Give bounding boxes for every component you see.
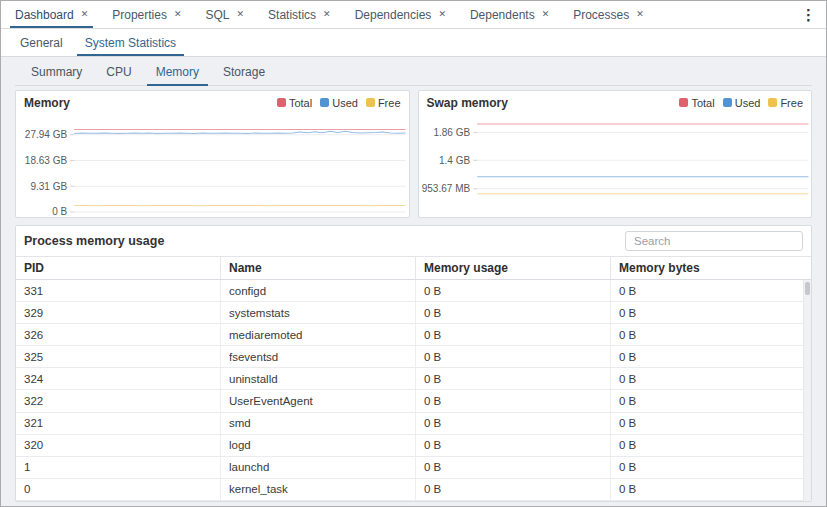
tab-processes[interactable]: Processes✕ [561,1,656,28]
legend-item-total: Total [679,97,714,109]
svg-text:18.63 GB: 18.63 GB [25,155,68,166]
process-panel-title: Process memory usage [24,234,164,248]
tab-sql[interactable]: SQL✕ [194,1,257,28]
legend-swatch-total-icon [277,98,286,107]
main-tab-bar: Dashboard✕Properties✕SQL✕Statistics✕Depe… [1,1,826,29]
system-statistics-content: SummaryCPUMemoryStorage Memory TotalUsed… [1,57,826,506]
dashboard-window: Dashboard✕Properties✕SQL✕Statistics✕Depe… [0,0,827,507]
swap-memory-chart: 1.86 GB1.4 GB953.67 MB [419,113,812,217]
table-scrollbar[interactable] [803,280,811,501]
tab-label: Processes [573,8,629,22]
table-cell: 0 B [416,479,611,500]
search-input[interactable] [625,231,803,251]
legend-label: Total [289,97,312,109]
charts-row: Memory TotalUsedFree 27.94 GB18.63 GB9.3… [15,90,812,218]
column-header-name[interactable]: Name [221,257,416,279]
kebab-menu-icon[interactable]: ⋮ [791,6,826,24]
svg-text:1.86 GB: 1.86 GB [433,127,470,138]
legend-label: Used [332,97,358,109]
legend-item-total: Total [277,97,312,109]
column-header-pid[interactable]: PID [16,257,221,279]
table-cell: 329 [16,302,221,323]
table-cell: 0 B [416,302,611,323]
table-cell: kernel_task [221,479,416,500]
tab-dependencies[interactable]: Dependencies✕ [343,1,458,28]
legend-swatch-total-icon [679,98,688,107]
scrollbar-thumb[interactable] [805,282,810,295]
tab-system-statistics[interactable]: System Statistics [77,29,184,56]
table-cell: mediaremoted [221,324,416,345]
table-cell: 0 B [416,324,611,345]
svg-text:9.31 GB: 9.31 GB [30,181,67,192]
column-header-memory-bytes[interactable]: Memory bytes [611,257,811,279]
legend-swatch-free-icon [768,98,777,107]
table-row[interactable]: 325fseventsd0 B0 B [16,346,811,368]
table-row[interactable]: 326mediaremoted0 B0 B [16,324,811,346]
close-icon[interactable]: ✕ [542,10,550,19]
tab-dependents[interactable]: Dependents✕ [458,1,561,28]
svg-text:953.67 MB: 953.67 MB [421,183,470,194]
tab-label: Properties [112,8,167,22]
table-cell: 0 B [416,368,611,389]
table-cell: 1 [16,457,221,478]
tab-general[interactable]: General [12,29,71,56]
table-cell: systemstats [221,302,416,323]
table-row[interactable]: 322UserEventAgent0 B0 B [16,390,811,412]
table-row[interactable]: 320logd0 B0 B [16,435,811,457]
memory-chart: 27.94 GB18.63 GB9.31 GB0 B [16,113,409,217]
legend-swatch-used-icon [320,98,329,107]
table-cell: 331 [16,280,221,301]
dashboard-section-tabs: GeneralSystem Statistics [1,29,826,57]
table-row[interactable]: 1launchd0 B0 B [16,457,811,479]
legend-item-free: Free [768,97,803,109]
table-cell: 0 B [416,457,611,478]
tab-memory[interactable]: Memory [147,59,208,85]
svg-text:1.4 GB: 1.4 GB [438,155,470,166]
table-cell: 324 [16,368,221,389]
close-icon[interactable]: ✕ [438,10,446,19]
close-icon[interactable]: ✕ [323,10,331,19]
tab-statistics[interactable]: Statistics✕ [256,1,343,28]
table-cell: 0 B [611,479,811,500]
table-cell: 325 [16,346,221,367]
table-cell: 320 [16,435,221,456]
table-cell: launchd [221,457,416,478]
table-cell: 0 B [611,368,811,389]
legend-item-free: Free [366,97,401,109]
swap-memory-chart-title: Swap memory [427,96,508,110]
table-cell: 0 B [611,280,811,301]
close-icon[interactable]: ✕ [636,10,644,19]
table-row[interactable]: 329systemstats0 B0 B [16,302,811,324]
svg-text:0 B: 0 B [52,207,67,217]
table-cell: uninstalld [221,368,416,389]
table-cell: 326 [16,324,221,345]
legend-item-used: Used [320,97,358,109]
tab-label: Statistics [268,8,316,22]
close-icon[interactable]: ✕ [237,10,245,19]
table-cell: fseventsd [221,346,416,367]
process-table: PID Name Memory usage Memory bytes 331co… [16,256,811,501]
tab-dashboard[interactable]: Dashboard✕ [3,1,100,28]
legend-label: Free [378,97,401,109]
column-header-memory-usage[interactable]: Memory usage [416,257,611,279]
table-cell: UserEventAgent [221,390,416,411]
legend-label: Total [691,97,714,109]
legend-swatch-free-icon [366,98,375,107]
table-cell: 0 B [416,390,611,411]
table-row[interactable]: 0kernel_task0 B0 B [16,479,811,501]
tab-storage[interactable]: Storage [214,59,274,85]
legend-swatch-used-icon [723,98,732,107]
table-cell: 0 B [611,435,811,456]
tab-summary[interactable]: Summary [22,59,91,85]
table-row[interactable]: 324uninstalld0 B0 B [16,368,811,390]
table-row[interactable]: 331configd0 B0 B [16,280,811,302]
legend-item-used: Used [723,97,761,109]
tab-properties[interactable]: Properties✕ [100,1,193,28]
table-row[interactable]: 321smd0 B0 B [16,413,811,435]
process-panel-header: Process memory usage [16,226,811,256]
close-icon[interactable]: ✕ [174,10,182,19]
memory-chart-header: Memory TotalUsedFree [16,91,409,113]
table-cell: configd [221,280,416,301]
close-icon[interactable]: ✕ [81,10,89,19]
tab-cpu[interactable]: CPU [97,59,140,85]
